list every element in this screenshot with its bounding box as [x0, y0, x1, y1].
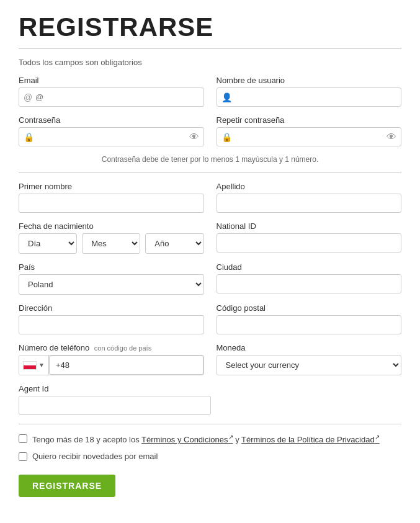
country-select[interactable]: Poland — [19, 274, 204, 295]
repeat-password-label: Repetir contraseña — [217, 115, 402, 125]
title-divider — [19, 48, 401, 49]
eye-icon-password[interactable]: 👁 — [189, 132, 199, 143]
newsletter-checkbox-row: Quiero recibir novedades por email — [19, 451, 401, 462]
last-name-group: Apellido — [217, 182, 402, 213]
national-id-label: National ID — [217, 221, 402, 231]
email-username-row: Email @ Nombre de usuario 👤 — [19, 76, 401, 107]
city-label: Ciudad — [217, 262, 402, 272]
agent-id-label: Agent Id — [19, 384, 401, 393]
poland-flag — [23, 361, 37, 370]
password-label: Contraseña — [19, 115, 204, 125]
email-input[interactable] — [19, 87, 204, 107]
phone-sub-label: con código de país — [94, 344, 151, 352]
address-input[interactable] — [19, 315, 204, 334]
postal-code-group: Código postal — [217, 303, 402, 334]
phone-flag-selector[interactable]: ▼ — [19, 355, 49, 375]
username-group: Nombre de usuario 👤 — [217, 76, 402, 107]
phone-code-input[interactable] — [49, 355, 203, 375]
password-group: Contraseña 🔒 👁 — [19, 115, 204, 146]
dob-label: Fecha de nacimiento — [19, 221, 204, 231]
last-name-input[interactable] — [217, 194, 402, 213]
username-input-wrapper: 👤 — [217, 87, 402, 107]
country-label: País — [19, 262, 204, 272]
email-input-wrapper: @ — [19, 87, 204, 107]
dob-month-select[interactable]: Mes — [82, 233, 140, 254]
country-city-row: País Poland Ciudad — [19, 262, 401, 295]
phone-group: Número de teléfono con código de país ▼ — [19, 343, 204, 375]
flag-chevron-icon: ▼ — [38, 362, 45, 369]
postal-code-input[interactable] — [217, 315, 402, 334]
agent-id-group: Agent Id — [19, 384, 401, 415]
name-row: Primer nombre Apellido — [19, 182, 401, 213]
username-input[interactable] — [217, 87, 402, 107]
currency-select[interactable]: Select your currency — [217, 355, 402, 375]
privacy-link[interactable]: Términos de la Política de Privacidad↗ — [241, 435, 380, 444]
country-group: País Poland — [19, 262, 204, 295]
terms-label: Tengo más de 18 y acepto los Términos y … — [32, 433, 380, 446]
phone-label: Número de teléfono con código de país — [19, 343, 204, 352]
checkbox-section: Tengo más de 18 y acepto los Términos y … — [19, 433, 401, 462]
dob-year-select[interactable]: Año — [145, 233, 203, 254]
repeat-password-group: Repetir contraseña 🔒 👁 — [217, 115, 402, 146]
address-group: Dirección — [19, 303, 204, 334]
address-label: Dirección — [19, 303, 204, 313]
terms-checkbox-row: Tengo más de 18 y acepto los Términos y … — [19, 433, 401, 446]
dob-selects: Día Mes Año — [19, 233, 204, 254]
page-title: REGISTRARSE — [19, 12, 401, 42]
email-label: Email — [19, 76, 204, 85]
password-row: Contraseña 🔒 👁 Repetir contraseña 🔒 👁 — [19, 115, 401, 146]
repeat-password-input-wrapper: 🔒 👁 — [217, 127, 402, 146]
national-id-input[interactable] — [217, 233, 402, 253]
address-postal-row: Dirección Código postal — [19, 303, 401, 334]
dob-day-select[interactable]: Día — [19, 233, 77, 254]
postal-code-label: Código postal — [217, 303, 402, 313]
first-name-group: Primer nombre — [19, 182, 204, 213]
first-name-label: Primer nombre — [19, 182, 204, 191]
section-divider-2 — [19, 424, 401, 424]
currency-group: Moneda Select your currency — [217, 343, 402, 375]
required-note: Todos los campos son obligatorios — [19, 58, 401, 67]
password-input[interactable] — [19, 127, 204, 146]
agent-id-input[interactable] — [19, 396, 211, 415]
newsletter-label: Quiero recibir novedades por email — [32, 451, 158, 462]
national-id-group: National ID — [217, 221, 402, 254]
terms-link[interactable]: Términos y Condiciones↗ — [141, 435, 233, 444]
eye-icon-repeat[interactable]: 👁 — [386, 132, 396, 143]
last-name-label: Apellido — [217, 182, 402, 191]
register-button[interactable]: REGISTRARSE — [19, 475, 115, 497]
first-name-input[interactable] — [19, 194, 204, 213]
dob-group: Fecha de nacimiento Día Mes Año — [19, 221, 204, 254]
section-divider-1 — [19, 172, 401, 173]
dob-nationalid-row: Fecha de nacimiento Día Mes Año National… — [19, 221, 401, 254]
email-group: Email @ — [19, 76, 204, 107]
currency-label: Moneda — [217, 343, 402, 352]
phone-wrapper: ▼ — [19, 355, 204, 375]
repeat-password-input[interactable] — [217, 127, 402, 146]
city-group: Ciudad — [217, 262, 402, 295]
username-label: Nombre de usuario — [217, 76, 402, 85]
agent-id-row: Agent Id — [19, 384, 401, 415]
city-input[interactable] — [217, 274, 402, 293]
newsletter-checkbox[interactable] — [19, 452, 27, 461]
phone-currency-row: Número de teléfono con código de país ▼ … — [19, 343, 401, 375]
password-hint: Contraseña debe de tener por lo menos 1 … — [19, 155, 401, 164]
password-input-wrapper: 🔒 👁 — [19, 127, 204, 146]
terms-checkbox[interactable] — [19, 434, 27, 443]
